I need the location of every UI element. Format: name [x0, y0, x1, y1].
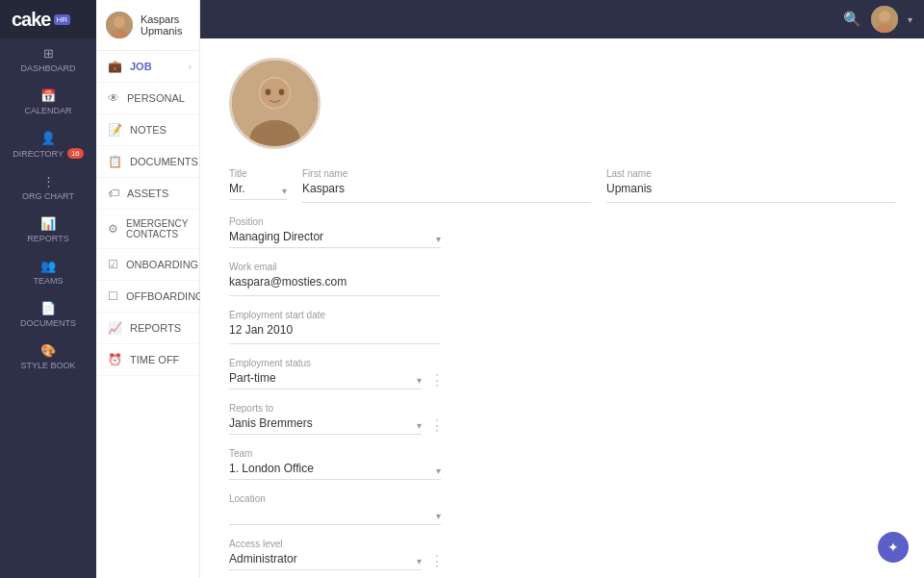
last-name-value[interactable]: Upmanis — [606, 182, 895, 203]
svg-point-10 — [266, 89, 271, 96]
second-nav-documents[interactable]: 📋 DOCUMENTS — [96, 146, 199, 178]
reports-icon: 📊 — [40, 216, 56, 231]
sidebar-item-style-book[interactable]: 🎨 STYLE BOOK — [0, 336, 96, 378]
employment-status-select[interactable]: Part-time Full-time Contractor — [229, 371, 422, 390]
user-avatar[interactable] — [871, 6, 898, 33]
sidebar-item-reports[interactable]: 📊 REPORTS — [0, 209, 96, 251]
directory-badge: 16 — [67, 148, 84, 159]
avatar — [106, 12, 133, 38]
sidebar-item-directory[interactable]: 👤 DIRECTORY 16 — [0, 123, 96, 166]
second-nav-assets[interactable]: 🏷 ASSETS — [96, 178, 199, 210]
directory-icon: 👤 — [40, 131, 56, 145]
second-nav-label: DOCUMENTS — [130, 156, 198, 167]
top-bar: 🔍 ▾ — [200, 0, 924, 38]
support-button[interactable]: ✦ — [878, 532, 909, 563]
start-date-value[interactable]: 12 Jan 2010 — [229, 323, 441, 344]
profile-photo[interactable] — [229, 58, 321, 149]
second-nav-label: NOTES — [130, 124, 167, 136]
work-email-label: Work email — [229, 262, 441, 272]
sidebar-item-label: STYLE BOOK — [20, 361, 75, 370]
calendar-icon: 📅 — [40, 88, 56, 103]
profile-name: Kaspars Upmanis — [141, 13, 190, 37]
employment-status-group: Employment status Part-time Full-time Co… — [229, 358, 441, 390]
app-badge: HR — [54, 14, 71, 25]
app-name: cake — [12, 9, 51, 31]
access-level-select[interactable]: Administrator Employee Manager — [229, 552, 422, 570]
access-level-actions-icon[interactable]: ⋮ — [429, 552, 445, 570]
sidebar-item-label: DOCUMENTS — [20, 318, 76, 328]
sidebar-item-label: CALENDAR — [24, 106, 71, 115]
svg-point-11 — [279, 89, 285, 96]
last-name-group: Last name Upmanis — [606, 168, 895, 203]
time-off-icon: ⏰ — [108, 353, 122, 366]
reports-to-wrapper: Janis Bremmers ▾ ⋮ — [229, 416, 441, 435]
assets-icon: 🏷 — [108, 187, 119, 200]
title-group: Title Mr. Ms. Mrs. Dr. ▾ — [229, 168, 287, 203]
offboarding-icon: ☐ — [108, 289, 118, 303]
personal-icon: 👁 — [108, 91, 119, 105]
svg-point-4 — [879, 11, 890, 22]
profile-header: Kaspars Upmanis — [96, 0, 199, 51]
reports-to-actions-icon[interactable]: ⋮ — [429, 416, 445, 435]
second-nav-offboarding[interactable]: ☐ OFFBOARDING — [96, 281, 199, 313]
dashboard-icon: ⊞ — [43, 46, 54, 61]
sidebar-item-teams[interactable]: 👥 TEAMS — [0, 251, 96, 293]
first-name-group: First name Kaspars — [302, 168, 591, 203]
chevron-right-icon: › — [189, 62, 192, 72]
position-label: Position — [229, 216, 441, 227]
sidebar-item-label: TEAMS — [33, 276, 63, 286]
sidebar-item-documents[interactable]: 📄 DOCUMENTS — [0, 293, 96, 336]
second-nav-emergency[interactable]: ⚙ EMERGENCY CONTACTS — [96, 210, 199, 249]
second-nav-notes[interactable]: 📝 NOTES — [96, 114, 199, 146]
second-nav-label: JOB — [130, 61, 152, 72]
work-email-value[interactable]: kaspara@mosties.com — [229, 275, 441, 296]
team-select[interactable]: 1. London Office — [229, 462, 441, 480]
location-label: Location — [229, 493, 441, 504]
user-menu-chevron[interactable]: ▾ — [908, 14, 912, 25]
search-icon[interactable]: 🔍 — [843, 11, 861, 28]
org-chart-icon: ⋮ — [42, 174, 55, 188]
second-nav-label: TIME OFF — [130, 354, 179, 365]
sidebar-item-org-chart[interactable]: ⋮ ORG CHART — [0, 166, 96, 209]
svg-point-1 — [114, 16, 125, 28]
location-select[interactable] — [229, 507, 441, 525]
second-nav-label: ASSETS — [127, 188, 168, 199]
second-nav-time-off[interactable]: ⏰ TIME OFF — [96, 344, 199, 376]
support-icon: ✦ — [887, 540, 899, 555]
sidebar-item-label: ORG CHART — [22, 191, 74, 201]
second-nav-label: REPORTS — [130, 322, 181, 334]
sidebar-item-label: REPORTS — [27, 234, 68, 243]
reports-to-select[interactable]: Janis Bremmers — [229, 416, 422, 435]
second-panel: Kaspars Upmanis 💼 JOB › 👁 PERSONAL 📝 NOT… — [96, 0, 200, 578]
access-level-wrapper: Administrator Employee Manager ▾ ⋮ — [229, 552, 441, 570]
notes-icon: 📝 — [108, 123, 122, 137]
second-nav-job[interactable]: 💼 JOB › — [96, 51, 199, 83]
second-nav-personal[interactable]: 👁 PERSONAL — [96, 83, 199, 114]
second-nav-label: OFFBOARDING — [126, 290, 204, 302]
second-nav-reports[interactable]: 📈 REPORTS — [96, 313, 199, 344]
name-row: Title Mr. Ms. Mrs. Dr. ▾ First name Kasp… — [229, 168, 895, 203]
team-label: Team — [229, 448, 441, 459]
reports2-icon: 📈 — [108, 321, 122, 335]
title-select[interactable]: Mr. Ms. Mrs. Dr. — [229, 182, 287, 200]
sidebar-item-dashboard[interactable]: ⊞ DASHBOARD — [0, 38, 96, 81]
documents-icon: 📄 — [40, 301, 56, 315]
employment-status-actions-icon[interactable]: ⋮ — [429, 371, 446, 390]
second-nav-label: ONBOARDING — [126, 259, 198, 270]
title-select-wrapper: Mr. Ms. Mrs. Dr. ▾ — [229, 182, 287, 200]
sidebar-item-calendar[interactable]: 📅 CALENDAR — [0, 81, 96, 123]
reports-to-group: Reports to Janis Bremmers ▾ ⋮ — [229, 403, 441, 435]
second-nav-onboarding[interactable]: ☑ ONBOARDING — [96, 249, 199, 281]
location-group: Location ▾ — [229, 493, 441, 525]
sidebar-item-label: DIRECTORY — [13, 149, 64, 159]
style-book-icon: 🎨 — [40, 343, 56, 358]
team-select-wrapper: 1. London Office ▾ — [229, 462, 441, 480]
first-name-value[interactable]: Kaspars — [302, 182, 591, 203]
emergency-icon: ⚙ — [108, 222, 118, 236]
position-select[interactable]: Managing Director — [229, 230, 441, 248]
location-select-wrapper: ▾ — [229, 507, 441, 525]
title-label: Title — [229, 168, 287, 179]
teams-icon: 👥 — [40, 259, 56, 273]
sidebar-item-label: DASHBOARD — [20, 63, 75, 73]
docs-icon: 📋 — [108, 155, 122, 168]
